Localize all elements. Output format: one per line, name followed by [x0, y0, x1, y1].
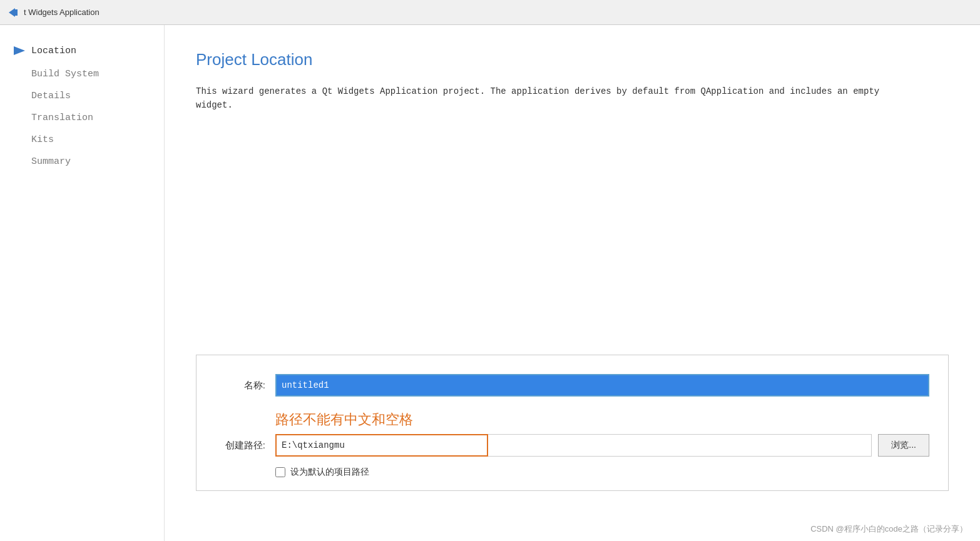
path-input[interactable]: [275, 434, 488, 457]
path-row: 创建路径: 浏览...: [215, 434, 929, 457]
name-input-wrapper: [275, 374, 929, 397]
title-bar-text: t Widgets Application: [24, 8, 100, 17]
path-input-rest[interactable]: [488, 434, 872, 457]
sidebar-item-label-kits: Kits: [31, 134, 54, 145]
name-label: 名称:: [215, 380, 265, 392]
page-title: Project Location: [196, 50, 949, 69]
svg-rect-1: [15, 9, 18, 16]
path-label: 创建路径:: [215, 440, 265, 452]
sidebar-item-label-details: Details: [31, 91, 71, 101]
description-text: This wizard generates a Qt Widgets Appli…: [196, 84, 884, 113]
sidebar-item-summary[interactable]: Summary: [13, 156, 151, 167]
form-section: 名称: 路径不能有中文和空格 创建路径: 浏览...: [196, 355, 949, 491]
location-arrow-icon: [13, 44, 26, 58]
sidebar-item-label-summary: Summary: [31, 156, 71, 167]
title-bar: t Widgets Application: [0, 0, 980, 25]
svg-marker-0: [9, 8, 15, 17]
name-input[interactable]: [275, 374, 929, 397]
name-row: 名称:: [215, 374, 929, 397]
sidebar-item-kits[interactable]: Kits: [13, 134, 151, 145]
app-icon: [8, 7, 19, 18]
checkbox-label: 设为默认的项目路径: [290, 467, 369, 478]
default-path-checkbox[interactable]: [275, 467, 285, 477]
svg-marker-2: [14, 46, 25, 55]
path-combined: [275, 434, 872, 457]
footer-text: CSDN @程序小白的code之路（记录分享）: [810, 524, 967, 533]
sidebar-item-label-location: Location: [31, 46, 76, 56]
sidebar: Location Build System Details Translatio…: [0, 25, 165, 541]
sidebar-item-details[interactable]: Details: [13, 91, 151, 101]
footer: CSDN @程序小白的code之路（记录分享）: [810, 523, 967, 535]
warning-text: 路径不能有中文和空格: [275, 410, 413, 429]
sidebar-item-label-build-system: Build System: [31, 69, 99, 79]
sidebar-item-label-translation: Translation: [31, 113, 93, 123]
content-area: Project Location This wizard generates a…: [165, 25, 980, 541]
checkbox-row: 设为默认的项目路径: [215, 467, 929, 478]
sidebar-item-build-system[interactable]: Build System: [13, 69, 151, 79]
sidebar-item-translation[interactable]: Translation: [13, 113, 151, 123]
warning-row: 路径不能有中文和空格: [215, 409, 929, 434]
browse-button[interactable]: 浏览...: [878, 434, 929, 457]
sidebar-item-location[interactable]: Location: [13, 44, 151, 58]
main-container: Location Build System Details Translatio…: [0, 25, 980, 541]
